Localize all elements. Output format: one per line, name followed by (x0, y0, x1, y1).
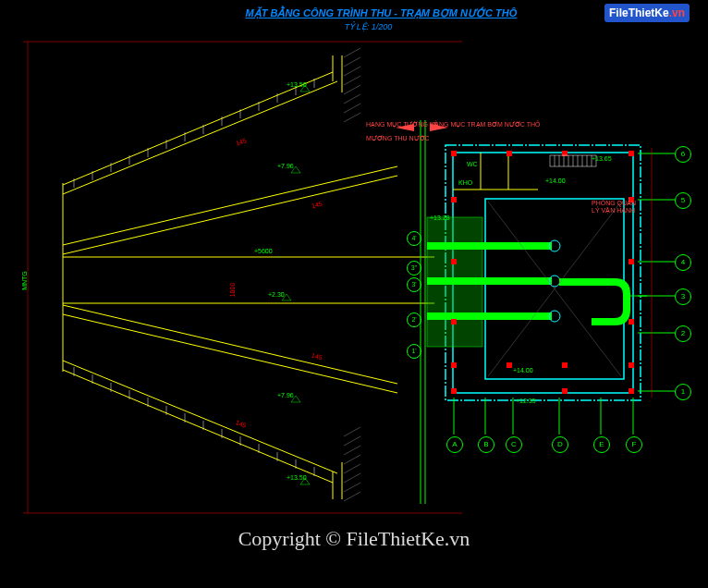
svg-line-39 (63, 166, 397, 245)
grid-bubble-2p: 2' (407, 312, 421, 327)
cad-svg-layer (0, 0, 708, 588)
svg-rect-75 (427, 312, 552, 320)
label-muong-thu: MƯƠNG THU NƯỚC (366, 135, 430, 142)
label-mntg: MNTG (21, 271, 28, 290)
dim-5: 1800 (229, 283, 236, 298)
svg-rect-96 (629, 388, 634, 394)
elevation-9: +14.00 (545, 178, 566, 184)
elevation-7: +13.28 (430, 214, 450, 221)
elevation-11: +12.35 (516, 398, 536, 404)
svg-line-60 (344, 483, 360, 492)
svg-line-21 (63, 370, 333, 483)
svg-rect-89 (629, 319, 634, 325)
svg-line-46 (344, 48, 360, 57)
svg-rect-84 (451, 197, 457, 202)
elevation-3: +7.96 (277, 392, 294, 398)
label-kho: KHO (458, 179, 472, 186)
label-hang-muc-tuong: HẠNG MỤC TƯỜNG KÈ (366, 121, 438, 129)
elevation-6: +5600 (254, 248, 273, 254)
svg-line-48 (344, 67, 360, 76)
svg-line-51 (344, 94, 360, 104)
svg-line-59 (344, 473, 360, 483)
elevation-5: +2.30 (268, 291, 285, 298)
grid-bubble-3p: 3' (407, 277, 421, 292)
svg-line-50 (344, 85, 360, 94)
svg-line-55 (344, 436, 360, 446)
svg-rect-80 (451, 151, 457, 156)
grid-bubble-1: 1 (675, 384, 691, 400)
cad-drawing-canvas: MẶT BẰNG CÔNG TRÌNH THU - TRẠM BƠM NƯỚC … (0, 0, 708, 588)
svg-rect-87 (629, 259, 634, 264)
svg-line-41 (63, 305, 397, 384)
svg-line-53 (344, 113, 360, 122)
elevation-1: +13.50 (287, 81, 307, 88)
grid-bubble-2: 2 (675, 325, 691, 342)
grid-bubble-d: D (552, 436, 568, 453)
grid-bubble-f: F (626, 436, 642, 453)
svg-rect-74 (427, 277, 552, 285)
label-hang-muc-tram: HẠNG MỤC TRẠM BƠM NƯỚC THÔ (430, 121, 540, 129)
grid-bubble-a: A (446, 436, 463, 453)
svg-rect-90 (451, 362, 457, 368)
svg-rect-86 (451, 259, 457, 264)
svg-line-40 (63, 176, 397, 254)
svg-rect-93 (629, 362, 634, 368)
elevation-10: +14.00 (513, 367, 533, 374)
svg-rect-95 (562, 388, 568, 394)
grid-bubble-3: 3 (675, 288, 691, 305)
grid-bubble-4: 4 (675, 254, 691, 271)
grid-bubble-3pp: 3'' (407, 261, 421, 276)
svg-line-47 (344, 57, 360, 67)
svg-rect-91 (507, 362, 512, 368)
svg-line-4 (63, 81, 337, 194)
svg-rect-73 (427, 242, 552, 250)
svg-rect-88 (451, 319, 457, 325)
grid-bubble-6: 6 (675, 146, 691, 163)
svg-line-22 (63, 361, 337, 473)
svg-line-54 (344, 427, 360, 436)
svg-line-61 (344, 492, 360, 501)
svg-line-49 (344, 76, 360, 85)
grid-bubble-c: C (506, 436, 522, 453)
svg-rect-94 (451, 388, 457, 394)
grid-bubble-5: 5 (675, 192, 691, 209)
svg-rect-81 (507, 151, 512, 156)
svg-line-57 (344, 455, 360, 464)
grid-bubble-4p: 4' (407, 231, 421, 246)
svg-rect-92 (562, 362, 568, 368)
elevation-2: +7.96 (277, 163, 294, 169)
svg-line-56 (344, 446, 360, 455)
elevation-8: +13.65 (592, 155, 612, 162)
grid-bubble-e: E (593, 436, 610, 453)
svg-line-52 (344, 104, 360, 113)
label-phong-ql: PHÒNG QUẢN LÝ VẬN HÀNH (592, 200, 638, 214)
elevation-4: +13.50 (287, 474, 307, 481)
svg-rect-83 (629, 151, 634, 156)
grid-bubble-1p: 1' (407, 344, 421, 359)
svg-line-58 (344, 464, 360, 473)
grid-bubble-b: B (478, 436, 494, 453)
label-wc: WC (467, 161, 478, 167)
